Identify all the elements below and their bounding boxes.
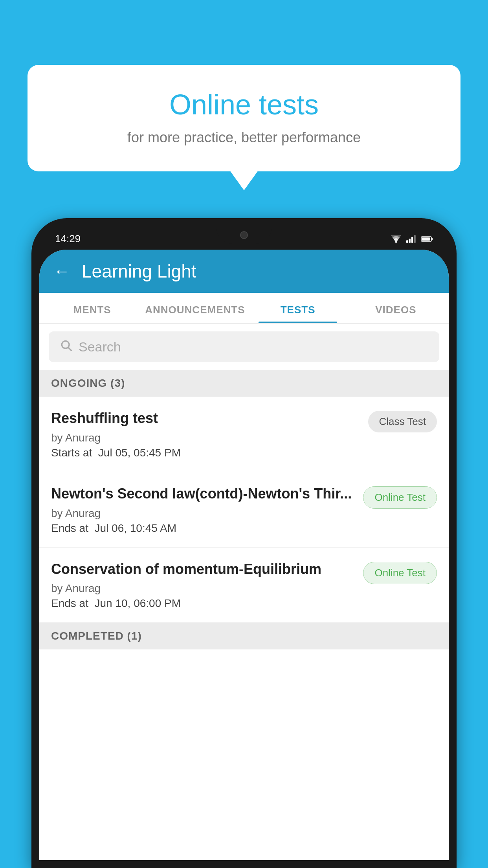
test-date: Ends at Jul 06, 10:45 AM (51, 522, 355, 535)
test-info: Conservation of momentum-Equilibrium by … (51, 560, 355, 610)
tab-videos[interactable]: VIDEOS (347, 293, 445, 323)
test-name: Conservation of momentum-Equilibrium (51, 560, 355, 579)
svg-rect-7 (422, 237, 430, 241)
completed-section-header: COMPLETED (1) (39, 623, 449, 649)
test-info: Newton's Second law(contd)-Newton's Thir… (51, 485, 355, 535)
tab-ments[interactable]: MENTS (43, 293, 141, 323)
app-header: ← Learning Light (39, 250, 449, 293)
test-author: by Anurag (51, 432, 360, 444)
class-test-badge: Class Test (368, 411, 437, 432)
test-item[interactable]: Newton's Second law(contd)-Newton's Thir… (39, 472, 449, 548)
phone-notch (216, 226, 272, 244)
svg-rect-4 (414, 235, 416, 243)
svg-point-0 (395, 242, 397, 243)
test-author: by Anurag (51, 582, 355, 595)
test-name: Reshuffling test (51, 409, 360, 428)
app-title: Learning Light (82, 261, 196, 282)
ongoing-section-header: ONGOING (3) (39, 370, 449, 397)
tests-list: Reshuffling test by Anurag Starts at Jul… (39, 397, 449, 860)
svg-rect-6 (431, 238, 433, 240)
speech-bubble-title: Online tests (59, 88, 429, 121)
speech-bubble-subtitle: for more practice, better performance (59, 129, 429, 146)
tabs-bar: MENTS ANNOUNCEMENTS TESTS VIDEOS (39, 293, 449, 324)
search-icon (60, 338, 72, 355)
test-date: Ends at Jun 10, 06:00 PM (51, 597, 355, 610)
online-test-badge: Online Test (363, 486, 437, 509)
online-test-badge: Online Test (363, 562, 437, 584)
svg-rect-1 (406, 240, 408, 243)
search-bar[interactable]: Search (49, 331, 439, 362)
back-button[interactable]: ← (53, 262, 70, 281)
speech-bubble: Online tests for more practice, better p… (28, 65, 460, 171)
phone-camera (240, 231, 248, 239)
svg-rect-2 (409, 238, 411, 243)
svg-line-9 (68, 348, 71, 350)
speech-bubble-container: Online tests for more practice, better p… (28, 65, 460, 171)
phone-wrapper: 14:29 (31, 218, 457, 868)
svg-rect-3 (411, 237, 413, 243)
battery-icon (421, 235, 433, 243)
status-icons (391, 235, 433, 243)
wifi-icon (391, 235, 402, 243)
test-item[interactable]: Conservation of momentum-Equilibrium by … (39, 548, 449, 623)
search-placeholder: Search (79, 339, 121, 355)
test-info: Reshuffling test by Anurag Starts at Jul… (51, 409, 360, 459)
test-author: by Anurag (51, 507, 355, 520)
status-bar: 14:29 (39, 226, 449, 250)
tab-tests[interactable]: TESTS (249, 293, 347, 323)
search-container: Search (39, 324, 449, 370)
signal-icon (406, 235, 416, 243)
phone-outer: 14:29 (31, 218, 457, 868)
test-item[interactable]: Reshuffling test by Anurag Starts at Jul… (39, 397, 449, 472)
test-date: Starts at Jul 05, 05:45 PM (51, 447, 360, 459)
test-name: Newton's Second law(contd)-Newton's Thir… (51, 485, 355, 503)
phone-screen: ← Learning Light MENTS ANNOUNCEMENTS TES… (39, 250, 449, 860)
tab-announcements[interactable]: ANNOUNCEMENTS (141, 293, 249, 323)
status-time: 14:29 (55, 233, 81, 245)
